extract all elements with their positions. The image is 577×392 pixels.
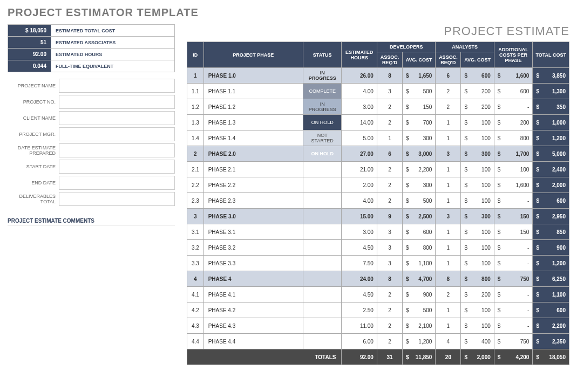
addl-cell: $- [494, 256, 533, 271]
summary-value: 51 [8, 37, 51, 49]
addl-cell: $750 [494, 271, 533, 287]
ana-avg-cell: $200 [461, 84, 494, 99]
info-value[interactable] [59, 95, 175, 109]
dev-assoc-cell: 2 [377, 193, 402, 209]
ana-avg-cell: $300 [461, 209, 494, 224]
status-cell: IN PROGRESS [303, 99, 342, 115]
ana-assoc-cell: 1 [436, 162, 461, 177]
phase-cell: PHASE 4.2 [203, 302, 303, 318]
est-cell: 6.00 [342, 334, 377, 349]
info-value[interactable] [59, 192, 175, 206]
id-cell: 3 [187, 209, 204, 224]
ana-assoc-cell: 2 [436, 84, 461, 99]
th-dev-avg: AVG. COST [402, 52, 435, 68]
ana-avg-cell: $100 [461, 130, 494, 146]
id-cell: 1.3 [187, 115, 204, 130]
totals-davg: $11,850 [402, 349, 435, 365]
info-value[interactable] [59, 143, 175, 157]
ana-avg-cell: $200 [461, 287, 494, 302]
comments-heading: PROJECT ESTIMATE COMMENTS [8, 218, 175, 225]
status-cell [303, 209, 342, 224]
status-cell [303, 240, 342, 256]
ana-assoc-cell: 2 [436, 287, 461, 302]
ana-avg-cell: $200 [461, 99, 494, 115]
dev-assoc-cell: 8 [377, 68, 402, 84]
table-row: 2.3 PHASE 2.3 4.00 2 $500 1 $100 $- $600 [187, 193, 569, 209]
status-cell: NOT STARTED [303, 130, 342, 146]
info-value[interactable] [59, 111, 175, 125]
table-row: 1.4 PHASE 1.4 NOT STARTED 5.00 1 $300 1 … [187, 130, 569, 146]
ana-assoc-cell: 8 [436, 271, 461, 287]
dev-avg-cell: $3,000 [402, 146, 435, 162]
id-cell: 2.3 [187, 193, 204, 209]
ana-avg-cell: $100 [461, 224, 494, 240]
th-ana-avg: AVG. COST [461, 52, 494, 68]
dev-avg-cell: $4,700 [402, 271, 435, 287]
th-est: ESTIMATED HOURS [342, 42, 377, 68]
totals-dassoc: 31 [377, 349, 402, 365]
addl-cell: $- [494, 302, 533, 318]
ana-avg-cell: $300 [461, 146, 494, 162]
page-title: PROJECT ESTIMATOR TEMPLATE [8, 6, 569, 19]
ana-assoc-cell: 1 [436, 115, 461, 130]
phase-cell: PHASE 4.4 [203, 334, 303, 349]
th-addl: ADDITIONAL COSTS PER PHASE [494, 42, 533, 68]
est-cell: 11.00 [342, 318, 377, 334]
phase-cell: PHASE 3.1 [203, 224, 303, 240]
phase-cell: PHASE 3.2 [203, 240, 303, 256]
info-value[interactable] [59, 176, 175, 190]
ana-assoc-cell: 1 [436, 224, 461, 240]
dev-avg-cell: $500 [402, 302, 435, 318]
info-label: PROJECT NO. [8, 95, 59, 109]
phase-cell: PHASE 1.0 [203, 68, 303, 84]
ana-avg-cell: $400 [461, 334, 494, 349]
table-row: 3.2 PHASE 3.2 4.50 3 $800 1 $100 $- $900 [187, 240, 569, 256]
total-cell: $1,000 [533, 115, 569, 130]
addl-cell: $600 [494, 84, 533, 99]
info-value[interactable] [59, 79, 175, 93]
total-cell: $350 [533, 99, 569, 115]
ana-assoc-cell: 6 [436, 68, 461, 84]
th-dev-assoc: ASSOC. REQ'D [377, 52, 402, 68]
total-cell: $2,200 [533, 318, 569, 334]
dev-assoc-cell: 9 [377, 209, 402, 224]
table-row: 1.1 PHASE 1.1 COMPLETE 4.00 3 $500 2 $20… [187, 84, 569, 99]
info-label: CLIENT NAME [8, 111, 59, 125]
totals-addl: $4,200 [494, 349, 533, 365]
est-cell: 5.00 [342, 130, 377, 146]
status-cell: ON HOLD [303, 115, 342, 130]
info-value[interactable] [59, 160, 175, 174]
summary-label: FULL-TIME EQUIVALENT [51, 60, 175, 72]
dev-avg-cell: $2,100 [402, 318, 435, 334]
dev-avg-cell: $2,500 [402, 209, 435, 224]
ana-avg-cell: $100 [461, 177, 494, 193]
total-cell: $1,200 [533, 256, 569, 271]
id-cell: 1 [187, 68, 204, 84]
id-cell: 1.4 [187, 130, 204, 146]
dev-avg-cell: $2,200 [402, 162, 435, 177]
id-cell: 2 [187, 146, 204, 162]
addl-cell: $200 [494, 115, 533, 130]
status-cell [303, 334, 342, 349]
total-cell: $1,100 [533, 287, 569, 302]
addl-cell: $1,600 [494, 68, 533, 84]
info-value[interactable] [59, 127, 175, 141]
dev-avg-cell: $300 [402, 130, 435, 146]
project-info-table: PROJECT NAMEPROJECT NO.CLIENT NAMEPROJEC… [8, 77, 175, 208]
th-status: STATUS [303, 42, 342, 68]
est-cell: 2.50 [342, 302, 377, 318]
table-row: 1.2 PHASE 1.2 IN PROGRESS 3.00 2 $150 2 … [187, 99, 569, 115]
ana-avg-cell: $100 [461, 240, 494, 256]
summary-table: $ 18,050ESTIMATED TOTAL COST51ESTIMATED … [8, 24, 175, 72]
id-cell: 1.1 [187, 84, 204, 99]
info-label: PROJECT MGR. [8, 127, 59, 141]
table-row: 4.2 PHASE 4.2 2.50 2 $500 1 $100 $- $600 [187, 302, 569, 318]
ana-assoc-cell: 4 [436, 334, 461, 349]
phase-cell: PHASE 4.3 [203, 318, 303, 334]
id-cell: 4.2 [187, 302, 204, 318]
est-cell: 14.00 [342, 115, 377, 130]
dev-avg-cell: $800 [402, 240, 435, 256]
dev-avg-cell: $700 [402, 115, 435, 130]
totals-est: 92.00 [342, 349, 377, 365]
dev-assoc-cell: 3 [377, 84, 402, 99]
